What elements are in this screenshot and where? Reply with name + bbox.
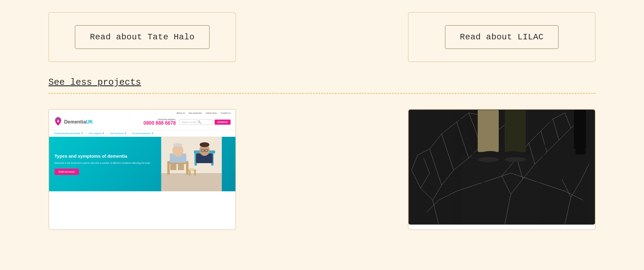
duk-hotline-label: Dementia Helpline:: [143, 118, 176, 120]
duk-nav-support[interactable]: Get support ▼: [89, 132, 104, 135]
duk-hero-button[interactable]: Find out more: [54, 169, 79, 175]
svg-rect-6: [186, 164, 189, 175]
svg-rect-93: [574, 110, 586, 149]
svg-rect-94: [575, 149, 586, 154]
read-tate-halo-button[interactable]: Read about Tate Halo: [75, 25, 210, 49]
dark-photo-mock: [409, 110, 595, 225]
svg-point-91: [478, 157, 499, 162]
top-cards-row: Read about Tate Halo Read about LILAC: [0, 0, 644, 68]
duk-top-nav: About us Job vacancies Latest news Conta…: [54, 112, 231, 114]
duk-logo-uk: UK: [86, 119, 93, 124]
roots-photo-svg: [409, 110, 595, 225]
duk-search-icon: 🔍: [198, 120, 201, 123]
page-wrapper: Read about Tate Halo Read about LILAC Se…: [0, 0, 644, 230]
duk-nav-professionals[interactable]: For professionals ▼: [132, 132, 154, 135]
svg-rect-86: [505, 110, 526, 152]
duk-nav-involved[interactable]: Get involved ▼: [110, 132, 126, 135]
dementia-uk-screenshot: About us Job vacancies Latest news Conta…: [49, 110, 235, 225]
duk-nav-contact: Contact us: [221, 112, 231, 114]
duk-nav-jobs: Job vacancies: [189, 112, 202, 114]
duk-logo: DementiaUK: [54, 117, 93, 127]
duk-right-header: Dementia Helpline: 0800 888 6678 Search …: [143, 118, 231, 126]
duk-nav-news: Latest news: [205, 112, 217, 114]
duk-logo-row: DementiaUK Dementia Helpline: 0800 888 6…: [54, 115, 231, 129]
read-lilac-button[interactable]: Read about LILAC: [445, 25, 559, 49]
duk-main-nav: Understanding dementia ▼ Get support ▼ G…: [49, 130, 235, 137]
see-less-link[interactable]: See less projects: [48, 77, 141, 87]
dark-photo-card: [408, 109, 596, 230]
svg-point-92: [505, 157, 526, 162]
svg-rect-3: [161, 173, 222, 191]
svg-rect-85: [478, 110, 499, 152]
duk-search-placeholder: Search our site: [182, 121, 196, 123]
bottom-cards-row: About us Job vacancies Latest news Conta…: [0, 100, 644, 230]
svg-rect-10: [170, 163, 176, 170]
svg-rect-23: [194, 171, 196, 176]
svg-rect-11: [178, 163, 184, 170]
duk-people-illustration: [148, 137, 235, 191]
duk-logo-text: DementiaUK: [64, 119, 93, 125]
duk-header: About us Job vacancies Latest news Conta…: [49, 110, 235, 130]
duk-donate-button[interactable]: DONATE: [215, 120, 231, 125]
duk-hero-title: Types and symptoms of dementia: [54, 153, 150, 159]
duk-hotline-number: 0800 888 6678: [143, 120, 176, 126]
see-less-section: See less projects: [0, 68, 644, 100]
duk-nav-about: About us: [176, 112, 185, 114]
duk-search-row: Search our site 🔍 DONATE: [179, 119, 231, 125]
duk-hotline: Dementia Helpline: 0800 888 6678: [143, 118, 176, 126]
duk-hero: Types and symptoms of dementia Dementia …: [49, 137, 235, 191]
svg-rect-5: [167, 164, 170, 175]
svg-rect-22: [189, 171, 191, 176]
duk-hero-desc: Dementia is the broad term used to descr…: [54, 161, 150, 165]
lilac-card: Read about LILAC: [408, 12, 596, 62]
svg-point-0: [57, 120, 59, 122]
svg-point-17: [200, 142, 209, 147]
duk-nav-understanding[interactable]: Understanding dementia ▼: [54, 132, 83, 135]
duk-logo-dementia: Dementia: [64, 119, 86, 124]
dementia-uk-card: About us Job vacancies Latest news Conta…: [48, 109, 236, 230]
tate-halo-card: Read about Tate Halo: [48, 12, 236, 62]
section-divider: [48, 93, 596, 94]
duk-hero-text: Types and symptoms of dementia Dementia …: [54, 153, 150, 175]
duk-search-box[interactable]: Search our site 🔍: [179, 119, 213, 125]
svg-point-24: [189, 168, 195, 171]
duk-hero-image: [148, 137, 235, 191]
duk-logo-icon: [54, 117, 62, 127]
svg-point-9: [173, 143, 182, 147]
